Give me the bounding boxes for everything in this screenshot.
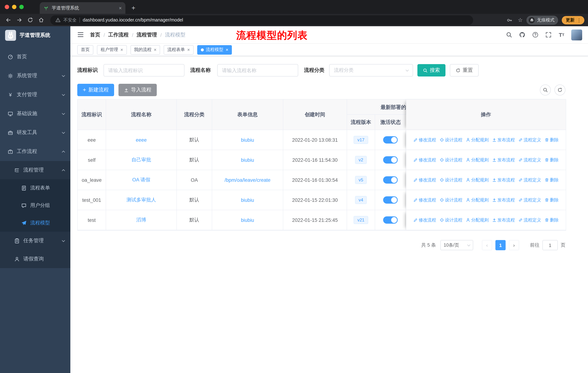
sidebar-item-leave-query[interactable]: 请假查询: [0, 250, 70, 268]
model-name-link[interactable]: 滔博: [136, 217, 146, 222]
user-avatar[interactable]: [571, 29, 582, 40]
breadcrumb-home[interactable]: 首页: [90, 31, 100, 38]
assign-rule-link[interactable]: 分配规则: [466, 197, 489, 203]
model-name-link[interactable]: 测试多审批人: [126, 197, 156, 202]
breadcrumb-process-management[interactable]: 流程管理: [137, 31, 157, 38]
process-definition-link[interactable]: 流程定义: [518, 157, 541, 163]
tag-my-process[interactable]: 我的流程 ×: [130, 45, 160, 54]
close-tab-icon[interactable]: ×: [119, 5, 122, 10]
home-button[interactable]: [36, 15, 46, 25]
next-page-button[interactable]: ›: [509, 240, 519, 250]
sidebar-item-process-management[interactable]: 流程管理: [0, 161, 70, 179]
assign-rule-link[interactable]: 分配规则: [466, 157, 489, 163]
active-toggle[interactable]: [383, 196, 398, 204]
refresh-table-button[interactable]: [555, 84, 565, 95]
sidebar-item-task-management[interactable]: 任务管理: [0, 232, 70, 250]
model-name-link[interactable]: eeee: [136, 137, 147, 143]
close-icon[interactable]: ×: [154, 47, 156, 52]
search-button[interactable]: 搜索: [417, 64, 445, 77]
process-definition-link[interactable]: 流程定义: [518, 197, 541, 203]
sidebar-item-process-model[interactable]: 流程模型: [0, 214, 70, 232]
bookmark-star-icon[interactable]: ☆: [518, 17, 523, 23]
github-link[interactable]: [519, 31, 526, 38]
sidebar-item-dev-tools[interactable]: 研发工具: [0, 123, 70, 142]
browser-tab[interactable]: 芋道管理系统 ×: [40, 2, 126, 14]
header-search-button[interactable]: [506, 31, 513, 38]
reset-button[interactable]: 重置: [450, 64, 479, 77]
sidebar-item-user-group[interactable]: 用户分组: [0, 197, 70, 214]
breadcrumb-workflow[interactable]: 工作流程: [108, 31, 129, 38]
sidebar-item-system-management[interactable]: 系统管理: [0, 66, 70, 85]
close-icon[interactable]: ×: [120, 47, 123, 52]
form-link[interactable]: /bpm/oa/leave/create: [225, 177, 271, 183]
forward-button[interactable]: [15, 15, 24, 25]
publish-model-link[interactable]: 发布流程: [492, 177, 515, 183]
design-model-link[interactable]: 设计流程: [440, 157, 462, 163]
assign-rule-link[interactable]: 分配规则: [466, 217, 489, 223]
import-process-button[interactable]: 导入流程: [119, 84, 157, 96]
model-name-link[interactable]: OA 请假: [132, 177, 150, 182]
page-size-select[interactable]: 10条/页: [440, 240, 473, 250]
browser-update-button[interactable]: 更新 ⋮: [562, 16, 584, 24]
sidebar-item-infrastructure[interactable]: 基础设施: [0, 104, 70, 123]
process-id-input[interactable]: [104, 64, 184, 77]
tag-process-form[interactable]: 流程表单 ×: [164, 45, 193, 54]
design-model-link[interactable]: 设计流程: [440, 197, 462, 203]
design-model-link[interactable]: 设计流程: [440, 177, 462, 183]
fullscreen-button[interactable]: [545, 31, 552, 38]
modify-model-link[interactable]: 修改流程: [413, 177, 436, 183]
active-toggle[interactable]: [383, 156, 398, 163]
active-toggle[interactable]: [383, 176, 398, 184]
design-model-link[interactable]: 设计流程: [440, 137, 462, 143]
process-definition-link[interactable]: 流程定义: [518, 217, 541, 223]
show-search-button[interactable]: [540, 84, 551, 95]
close-icon[interactable]: ×: [226, 47, 228, 52]
back-button[interactable]: [4, 15, 13, 25]
publish-model-link[interactable]: 发布流程: [492, 197, 515, 203]
reload-button[interactable]: [26, 15, 35, 25]
active-toggle[interactable]: [383, 216, 398, 224]
model-name-link[interactable]: 自己审批: [131, 157, 151, 162]
publish-model-link[interactable]: 发布流程: [492, 137, 515, 143]
delete-model-link[interactable]: 删除: [545, 177, 559, 183]
close-window-button[interactable]: [5, 5, 9, 9]
process-definition-link[interactable]: 流程定义: [518, 177, 541, 183]
active-toggle[interactable]: [383, 136, 398, 143]
menu-dots-icon[interactable]: ⋮: [577, 17, 581, 23]
close-icon[interactable]: ×: [187, 47, 190, 52]
sidebar-item-payment-management[interactable]: ¥ 支付管理: [0, 85, 70, 104]
create-process-button[interactable]: + 新建流程: [77, 84, 114, 96]
tag-home[interactable]: 首页: [77, 45, 93, 54]
process-definition-link[interactable]: 流程定义: [518, 137, 541, 143]
assign-rule-link[interactable]: 分配规则: [466, 137, 489, 143]
prev-page-button[interactable]: ‹: [482, 240, 492, 250]
form-link[interactable]: biubiu: [241, 217, 254, 223]
delete-model-link[interactable]: 删除: [545, 197, 559, 203]
design-model-link[interactable]: 设计流程: [440, 217, 462, 223]
password-key-button[interactable]: [505, 15, 514, 25]
process-name-input[interactable]: [217, 64, 298, 77]
new-tab-button[interactable]: +: [128, 3, 138, 13]
modify-model-link[interactable]: 修改流程: [413, 137, 436, 143]
sidebar-item-home[interactable]: 首页: [0, 47, 70, 66]
goto-page-input[interactable]: [542, 240, 558, 250]
assign-rule-link[interactable]: 分配规则: [466, 177, 489, 183]
delete-model-link[interactable]: 删除: [545, 217, 559, 223]
sidebar-item-process-form[interactable]: 流程表单: [0, 179, 70, 197]
minimize-window-button[interactable]: [12, 5, 16, 9]
tag-process-model[interactable]: 流程模型 ×: [197, 45, 232, 54]
zoom-window-button[interactable]: [19, 5, 24, 9]
delete-model-link[interactable]: 删除: [545, 157, 559, 163]
form-link[interactable]: biubiu: [241, 137, 254, 143]
category-select[interactable]: 流程分类: [329, 64, 413, 77]
publish-model-link[interactable]: 发布流程: [492, 157, 515, 163]
modify-model-link[interactable]: 修改流程: [413, 217, 436, 223]
modify-model-link[interactable]: 修改流程: [413, 197, 436, 203]
tag-tenant-management[interactable]: 租户管理 ×: [97, 45, 127, 54]
help-button[interactable]: [532, 31, 539, 38]
form-link[interactable]: biubiu: [241, 157, 254, 163]
font-size-button[interactable]: TT: [558, 31, 565, 38]
form-link[interactable]: biubiu: [241, 197, 254, 203]
sidebar-fold-button[interactable]: [77, 31, 85, 39]
publish-model-link[interactable]: 发布流程: [492, 217, 515, 223]
